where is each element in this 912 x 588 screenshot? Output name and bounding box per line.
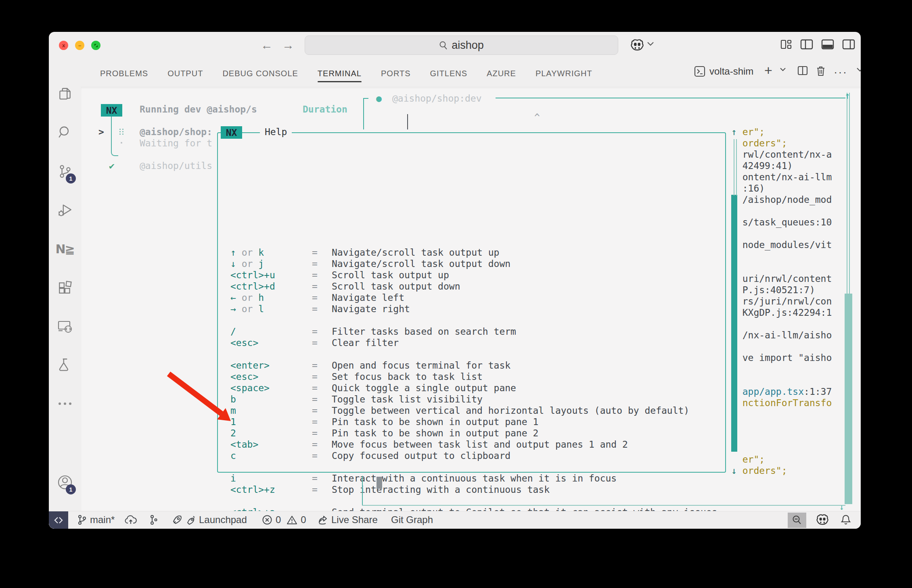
search-icon (57, 125, 73, 140)
notifications-button[interactable] (841, 511, 851, 528)
scroll-indicator-glyph: ↑ (731, 127, 737, 137)
sidebar-item-remote-explorer[interactable] (49, 313, 81, 339)
shortcut-key: <ctrl>+z (230, 484, 275, 495)
shortcut-description: Navigate/scroll task output down (332, 258, 510, 269)
shortcut-description: Pin task to be shown in output pane 2 (332, 427, 538, 439)
git-graph-status-item[interactable]: Git Graph (391, 511, 433, 528)
chevron-down-icon[interactable] (647, 42, 654, 46)
shortcut-description: Copy focused output to clipboard (332, 450, 510, 461)
launchpad-status-item[interactable]: Launchpad (172, 511, 247, 528)
terminal-scrollbar-thumb[interactable] (845, 294, 852, 504)
shortcut-description: Scroll task output down (332, 281, 460, 292)
panel-tab-problems[interactable]: PROBLEMS (100, 67, 148, 81)
commit-graph-button[interactable] (149, 511, 158, 528)
sidebar-item-source-control[interactable]: 1 (49, 158, 81, 184)
run-debug-icon (57, 202, 73, 218)
problems-status-item[interactable]: 0 0 (262, 511, 306, 528)
explorer-icon (57, 86, 73, 102)
hide-panel-chevron[interactable] (856, 67, 861, 72)
panel-tab-debug-console[interactable]: DEBUG CONSOLE (222, 67, 298, 81)
shell-name: volta-shim (709, 66, 753, 77)
sidebar-item-search[interactable] (49, 120, 81, 146)
equals-sign: = (312, 360, 318, 371)
scroll-up-indicator: ↑ (845, 90, 850, 101)
split-terminal-button[interactable] (797, 66, 808, 75)
help-shortcut-row: <tab>=Move focus between task list and o… (81, 439, 861, 450)
shortcut-description: Set focus back to task list (332, 371, 483, 382)
panel-tab-gitlens[interactable]: GITLENS (430, 67, 468, 81)
zoom-status-button[interactable] (788, 513, 806, 528)
sidebar-item-more-views[interactable] (49, 391, 81, 417)
output-text-line: orders"; (731, 138, 787, 149)
panel-tab-playwright[interactable]: PLAYWRIGHT (535, 67, 592, 81)
trash-icon (816, 66, 826, 77)
equals-sign: = (312, 337, 318, 348)
sidebar-item-nx-console[interactable]: N≧ (49, 236, 81, 262)
output-scrollbar-thumb-dark[interactable] (731, 195, 737, 452)
terminal-launch-profile-chevron[interactable] (780, 67, 786, 72)
shortcut-description: Navigate/scroll task output up (332, 247, 499, 258)
toggle-primary-sidebar-button[interactable] (800, 39, 813, 50)
terminal-pane[interactable]: NX Running dev @aishop/s Duration > @ais… (81, 87, 861, 511)
panel-more-actions-button[interactable]: ··· (834, 66, 847, 79)
sidebar-item-extensions[interactable] (49, 275, 81, 300)
navigate-forward-button[interactable]: → (282, 38, 294, 52)
equals-sign: = (312, 371, 318, 382)
search-value: aishop (452, 39, 484, 52)
customize-layout-button[interactable] (780, 39, 792, 50)
accounts-button[interactable]: 1 (49, 469, 81, 495)
toggle-panel-button[interactable] (821, 39, 834, 50)
output-text-line: ontent/nx-ai-llm (731, 171, 832, 183)
accounts-badge: 1 (66, 484, 76, 494)
task-expand-chevron[interactable]: > (98, 126, 104, 138)
commit-graph-icon (149, 514, 158, 525)
shortcut-key: <ctrl>+d (230, 281, 275, 292)
output-text-line: 42499:41) (731, 160, 793, 171)
expand-icon (94, 43, 98, 48)
sync-changes-button[interactable] (125, 511, 137, 528)
shortcut-key: ↑ or k (230, 247, 264, 258)
rocket-icon (172, 514, 183, 525)
shortcut-key: b (230, 394, 236, 405)
title-bar: x – ← → aishop (49, 32, 861, 60)
sidebar-item-testing[interactable] (49, 352, 81, 378)
command-center-search[interactable]: aishop (305, 35, 618, 55)
minimize-window-button[interactable]: – (75, 41, 84, 50)
bottom-scrollbar-thumb[interactable] (377, 477, 382, 489)
new-terminal-button[interactable]: + (764, 63, 772, 78)
shortcut-key: <esc> (230, 337, 258, 348)
zoom-window-button[interactable] (91, 41, 100, 50)
sidebar-item-explorer[interactable] (49, 81, 81, 107)
sidebar-item-run-debug[interactable] (49, 197, 81, 223)
equals-sign: = (312, 394, 318, 405)
remote-indicator[interactable] (49, 511, 68, 529)
chevron-down-icon (856, 67, 861, 72)
cloud-upload-icon (125, 515, 137, 525)
output-text-line: ve import "aisho (731, 352, 832, 363)
shortcut-key: <enter> (230, 360, 270, 371)
panel-tab-output[interactable]: OUTPUT (167, 67, 203, 81)
shortcut-description: Navigate left (332, 292, 404, 303)
output-scrollbar-track-a (734, 139, 734, 196)
branch-status-item[interactable]: main* (77, 511, 115, 528)
toggle-secondary-sidebar-button[interactable] (842, 39, 855, 50)
shortcut-description: Move focus between task list and output … (332, 439, 628, 450)
panel-icon (821, 39, 834, 50)
panel-tab-ports[interactable]: PORTS (381, 67, 411, 81)
kill-terminal-button[interactable] (816, 66, 826, 77)
rocket-small-icon (186, 515, 196, 525)
output-text-line: P.js:40521:7) (731, 284, 815, 296)
task-spinner-dot (121, 142, 122, 144)
task-name-utils[interactable]: @aishop/utils (140, 160, 212, 171)
navigate-back-button[interactable]: ← (261, 38, 273, 52)
panel-tab-terminal[interactable]: TERMINAL (318, 67, 362, 81)
copilot-menu-button[interactable] (631, 39, 644, 51)
terminal-instance-selector[interactable]: volta-shim (694, 66, 753, 77)
task-name-shop[interactable]: @aishop/shop: (140, 126, 212, 138)
close-window-button[interactable]: x (59, 41, 68, 50)
live-share-status-item[interactable]: Live Share (317, 511, 378, 528)
output-task-title[interactable]: @aishop/shop:dev (392, 93, 482, 104)
copilot-status-button[interactable] (816, 511, 829, 528)
shortcut-key: <space> (230, 382, 270, 394)
panel-tab-azure[interactable]: AZURE (487, 67, 516, 81)
